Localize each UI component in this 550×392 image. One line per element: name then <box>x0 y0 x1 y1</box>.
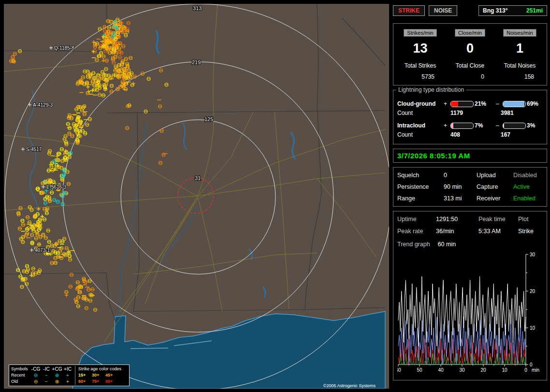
strike-symbol <box>115 27 118 30</box>
noise-button[interactable]: NOISE <box>429 5 457 16</box>
ic-positive-bar <box>450 123 474 129</box>
storm-cell-label: E-5616-3 <box>46 184 67 190</box>
ic-positive-count: 408 <box>444 131 494 138</box>
status-value: 313 mi <box>444 195 477 202</box>
legend-age-title: Strike age color codes <box>78 366 127 372</box>
x-tick-label: 0 <box>524 367 527 373</box>
ic-positive-pct: 7% <box>475 122 496 129</box>
total-noises-label: Total Noises <box>495 62 545 69</box>
strike-symbol <box>76 116 80 119</box>
legend-strike-symbol: + <box>62 378 73 385</box>
status-label: Persistence <box>397 183 444 190</box>
legend-strike-symbol: ⊕ <box>52 372 62 378</box>
legend-age-code: 45+ <box>105 372 119 378</box>
strikes-per-min-value: 13 <box>395 41 445 56</box>
trend-period-value: 60 min <box>438 241 456 248</box>
y-tick-label: 20 <box>530 289 536 294</box>
status-value: Active <box>513 183 543 190</box>
trend-series-strikes <box>398 277 526 346</box>
status-value: 0 <box>444 172 477 179</box>
lightning-map[interactable]: 31321912531 Q-1185-8A-4129-3S-4517E-5616… <box>4 4 389 389</box>
x-tick-label: 60 <box>397 367 401 373</box>
trend-graph-label: Trend graph <box>397 241 430 248</box>
legend-age-code: 30+ <box>92 372 105 378</box>
legend-col-pos-ic: +IC <box>62 366 73 372</box>
storm-cell-label: 4073-1 <box>35 248 50 253</box>
cg-positive-pct: 21% <box>475 100 496 107</box>
minus-sign: – <box>496 122 503 129</box>
y-tick-label: 30 <box>530 252 536 257</box>
strike-symbol <box>38 243 41 246</box>
intracloud-label: Intracloud <box>397 122 444 129</box>
distribution-title: Lightning type distribution <box>396 86 466 93</box>
ic-count-label: Count <box>397 131 444 138</box>
legend-col-pos-cg: +CG <box>52 366 62 372</box>
status-value: Disabled <box>513 172 543 179</box>
bearing-distance: 251mi <box>526 7 543 14</box>
peak-rate-label: Peak rate <box>397 228 436 235</box>
counters-section: Strikes/min Close/min Noises/min 13 0 1 … <box>393 23 547 85</box>
close-per-min-value: 0 <box>445 41 495 56</box>
cg-negative-pct: 69% <box>527 100 543 107</box>
legend-strike-symbol: − <box>41 378 52 385</box>
total-close-value: 0 <box>445 73 495 80</box>
strike-button[interactable]: STRIKE <box>393 5 425 16</box>
ring-label: 313 <box>193 5 202 11</box>
legend-strike-symbol: ⊕ <box>52 378 62 385</box>
uptime-label: Uptime <box>397 216 436 223</box>
noises-per-min-value: 1 <box>495 41 545 56</box>
ic-negative-bar <box>503 123 526 129</box>
legend-strike-symbol: + <box>62 372 73 378</box>
legend-col-neg-cg: -CG <box>30 366 41 372</box>
y-tick-label: 0 <box>530 362 533 367</box>
status-label: Capture <box>477 183 513 190</box>
legend-col-neg-ic: -IC <box>41 366 52 372</box>
x-axis-unit: min <box>532 367 539 373</box>
legend-strike-symbol: ⊖ <box>30 378 41 385</box>
status-label: Squelch <box>397 172 444 179</box>
side-panel: STRIKE NOISE Bng 313° 251mi Strikes/min … <box>393 5 547 385</box>
storm-cell-label: Q-1185-8 <box>54 45 74 51</box>
legend-symbols-title: Symbols <box>11 366 30 372</box>
plus-sign: + <box>444 122 450 129</box>
legend-strike-symbol: ⊖ <box>30 372 41 378</box>
close-per-min-chip: Close/min <box>455 29 485 37</box>
x-tick-label: 10 <box>502 367 507 373</box>
cloud-ground-label: Cloud-ground <box>397 100 444 107</box>
storm-cell-label: S-4517 <box>26 147 42 152</box>
ring-label: 31 <box>195 175 201 181</box>
cg-negative-bar <box>503 101 526 107</box>
x-tick-label: 20 <box>480 367 486 373</box>
status-label: Range <box>397 195 444 202</box>
trend-graph: 01020306050403020100min <box>397 252 542 378</box>
legend-strike-symbol: − <box>41 372 52 378</box>
x-tick-label: 50 <box>417 367 422 373</box>
status-label: Receiver <box>477 195 513 202</box>
copyright-text: ©2005 Astrogenic Systems <box>323 383 376 388</box>
ring-label: 125 <box>204 116 213 122</box>
legend-age-code: 75+ <box>92 378 105 385</box>
stats-section: Uptime 1291:50 Peak time Plot Peak rate … <box>393 211 547 380</box>
bearing-value: Bng 313° <box>483 7 507 14</box>
legend-old-label: Old <box>11 378 30 385</box>
legend-age-code: 15+ <box>78 372 92 378</box>
total-close-label: Total Close <box>445 62 495 69</box>
minus-sign: – <box>496 100 503 107</box>
top-toolbar: STRIKE NOISE Bng 313° 251mi <box>393 5 547 16</box>
cg-negative-count: 3981 <box>494 110 543 116</box>
legend-recent-label: Recent <box>11 372 30 378</box>
cg-count-label: Count <box>397 110 444 116</box>
bearing-readout: Bng 313° 251mi <box>478 5 547 16</box>
ring-label: 219 <box>192 59 201 65</box>
noises-per-min-chip: Noises/min <box>503 29 536 37</box>
peak-time-value: 5:33 AM <box>478 228 518 235</box>
storm-cell-label: A-4129-3 <box>33 102 53 108</box>
strikes-per-min-chip: Strikes/min <box>404 29 436 37</box>
datetime-display: 3/7/2026 8:05:19 AM <box>393 149 547 163</box>
cg-positive-count: 1179 <box>444 110 494 116</box>
status-value: 90 min <box>444 183 477 190</box>
status-value: Enabled <box>513 195 543 202</box>
map-area[interactable]: 31321912531 Q-1185-8A-4129-3S-4517E-5616… <box>4 4 389 389</box>
plot-value: Strike <box>518 228 543 235</box>
ic-negative-pct: 3% <box>527 122 543 129</box>
